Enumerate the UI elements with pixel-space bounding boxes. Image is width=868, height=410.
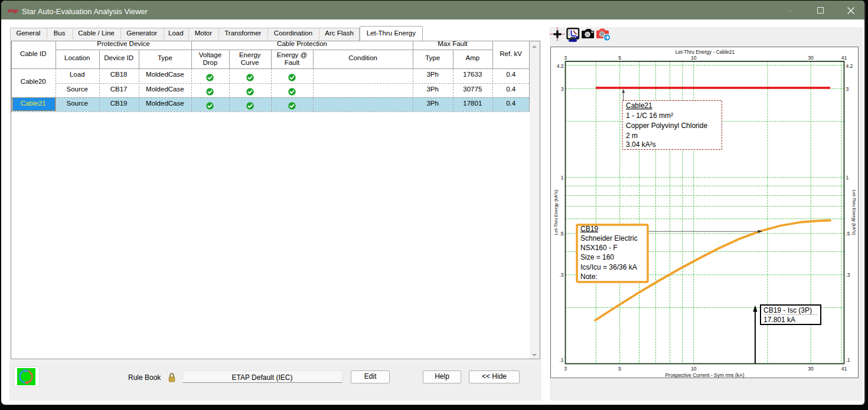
svg-text:4.2: 4.2 <box>556 63 563 69</box>
svg-text:.1: .1 <box>846 357 850 363</box>
svg-text:3: 3 <box>846 86 849 92</box>
svg-text:10: 10 <box>691 366 697 372</box>
svg-text:CB19 - Isc (3P): CB19 - Isc (3P) <box>763 306 812 314</box>
svg-text:4.2: 4.2 <box>846 63 853 69</box>
svg-text:.3: .3 <box>846 272 850 278</box>
svg-text:1 - 1/C 16 mm²: 1 - 1/C 16 mm² <box>626 111 673 120</box>
svg-text:Schneider Electric: Schneider Electric <box>580 234 638 242</box>
svg-text:Let-Thru Energy - Cable21: Let-Thru Energy - Cable21 <box>675 49 735 55</box>
svg-text:.1: .1 <box>559 357 563 363</box>
svg-text:CB19: CB19 <box>580 225 598 233</box>
svg-text:1: 1 <box>846 175 849 181</box>
svg-text:30: 30 <box>808 366 814 372</box>
svg-text:NSX160 - F: NSX160 - F <box>580 244 618 252</box>
svg-text:Ics/Icu = 36/36 kA: Ics/Icu = 36/36 kA <box>580 263 637 271</box>
svg-text:2 m: 2 m <box>626 132 638 140</box>
svg-text:Cable21: Cable21 <box>626 101 652 110</box>
svg-text:Prospective Current - Sym rms: Prospective Current - Sym rms (kA) <box>665 372 744 378</box>
svg-text:10: 10 <box>691 55 697 61</box>
svg-text:3: 3 <box>564 366 567 372</box>
svg-text:5: 5 <box>618 366 621 372</box>
svg-text:3.04 kA²s: 3.04 kA²s <box>626 140 656 149</box>
svg-text:Note:: Note: <box>580 273 598 281</box>
svg-text:3: 3 <box>560 86 563 92</box>
svg-text:41: 41 <box>841 55 847 61</box>
svg-text:30: 30 <box>808 55 814 61</box>
svg-text:Size = 160: Size = 160 <box>580 253 614 261</box>
svg-text:41: 41 <box>841 366 847 372</box>
svg-text:3: 3 <box>564 55 567 61</box>
svg-text:17.801 kA: 17.801 kA <box>763 316 795 324</box>
svg-text:Copper Polyvinyl Chloride: Copper Polyvinyl Chloride <box>626 122 707 130</box>
svg-text:5: 5 <box>618 55 621 61</box>
svg-text:.3: .3 <box>559 272 563 278</box>
svg-text:Let-Thru Energy (kA²s): Let-Thru Energy (kA²s) <box>553 189 558 235</box>
svg-text:.5: .5 <box>846 231 850 237</box>
svg-text:.5: .5 <box>559 231 563 237</box>
svg-text:Let-Thru Energy (kA²s): Let-Thru Energy (kA²s) <box>851 190 856 235</box>
svg-text:1: 1 <box>560 175 563 181</box>
